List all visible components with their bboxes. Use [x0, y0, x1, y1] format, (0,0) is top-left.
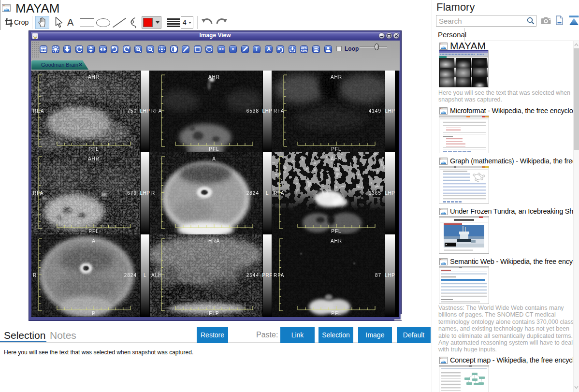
svg-text:87: 87: [375, 273, 381, 278]
svg-text:AHR: AHR: [88, 74, 100, 80]
svg-text:2544: 2544: [246, 273, 259, 278]
svg-text:AHR: AHR: [331, 74, 342, 80]
svg-text:RFA: RFA: [274, 190, 284, 196]
svg-text:L: L: [266, 190, 269, 196]
svg-text:1365: 1365: [369, 190, 381, 196]
svg-text:RFA: RFA: [274, 108, 284, 114]
svg-text:A: A: [92, 238, 96, 244]
svg-text:RFA: RFA: [33, 190, 43, 196]
svg-text:PFL: PFL: [88, 229, 99, 234]
svg-text:LHP: LHP: [385, 190, 395, 196]
svg-text:PFL: PFL: [88, 146, 99, 152]
svg-text:4149: 4149: [369, 108, 381, 114]
svg-text:AHR: AHR: [88, 156, 100, 161]
svg-text:A: A: [212, 156, 216, 161]
svg-text:LHP: LHP: [262, 108, 273, 114]
svg-text:R: R: [151, 190, 155, 196]
svg-text:FLP: FLP: [209, 311, 219, 316]
svg-text:2824: 2824: [124, 273, 137, 278]
svg-text:PFL: PFL: [209, 146, 219, 152]
svg-text:AHR: AHR: [208, 74, 220, 80]
svg-text:HRA: HRA: [208, 238, 220, 244]
svg-text:P: P: [92, 311, 96, 316]
svg-text:ALH: ALH: [151, 273, 162, 278]
svg-text:679: 679: [127, 190, 137, 196]
svg-text:RFA: RFA: [151, 108, 162, 114]
svg-text:LHP: LHP: [140, 108, 150, 114]
svg-text:L: L: [144, 273, 146, 278]
svg-text:PFL: PFL: [331, 229, 341, 234]
svg-text:6538: 6538: [246, 108, 259, 114]
svg-text:LHP: LHP: [385, 273, 395, 278]
svg-text:AHR: AHR: [331, 238, 342, 244]
svg-text:P: P: [212, 229, 216, 234]
svg-text:LHP: LHP: [385, 108, 395, 114]
svg-text:PFL: PFL: [331, 311, 341, 316]
svg-text:750: 750: [127, 108, 137, 114]
svg-text:PRF: PRF: [262, 273, 273, 278]
svg-text:REA: REA: [33, 108, 44, 114]
svg-text:AHR: AHR: [331, 156, 342, 161]
svg-text:RFA: RFA: [274, 273, 284, 278]
svg-text:PFL: PFL: [331, 146, 341, 152]
svg-text:LHP: LHP: [140, 190, 150, 196]
svg-text:2824: 2824: [246, 190, 259, 196]
svg-text:R: R: [33, 273, 37, 278]
